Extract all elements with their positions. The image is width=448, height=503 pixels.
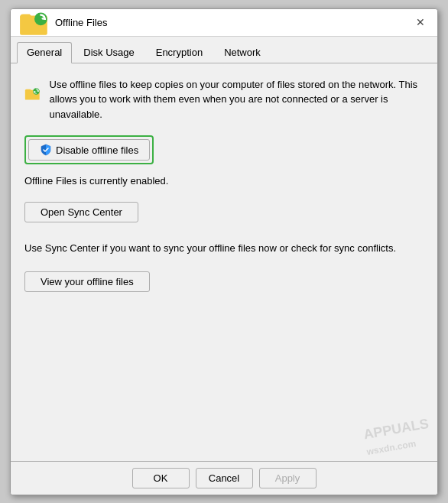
window-icon bbox=[18, 8, 50, 39]
title-bar-left: Offline Files bbox=[18, 8, 107, 39]
cancel-button[interactable]: Cancel bbox=[196, 468, 253, 488]
view-offline-files-label: View your offline files bbox=[41, 276, 134, 287]
apply-button[interactable]: Apply bbox=[259, 468, 317, 488]
tab-encryption[interactable]: Encryption bbox=[146, 42, 213, 63]
offline-files-dialog: Offline Files ✕ General Disk Usage Encry… bbox=[10, 8, 438, 495]
close-button[interactable]: ✕ bbox=[411, 13, 430, 31]
tab-network[interactable]: Network bbox=[214, 42, 271, 63]
disable-offline-files-button[interactable]: Disable offline files bbox=[28, 139, 150, 161]
status-text: Offline Files is currently enabled. bbox=[24, 175, 424, 187]
ok-button[interactable]: OK bbox=[132, 468, 190, 488]
open-sync-center-button[interactable]: Open Sync Center bbox=[24, 202, 138, 222]
folder-sync-icon bbox=[24, 77, 41, 109]
open-sync-center-label: Open Sync Center bbox=[41, 206, 122, 218]
bottom-bar: OK Cancel Apply bbox=[11, 461, 437, 495]
intro-text: Use offline files to keep copies on your… bbox=[50, 77, 424, 122]
window-title: Offline Files bbox=[55, 17, 107, 28]
view-offline-files-button[interactable]: View your offline files bbox=[24, 271, 150, 292]
shield-icon bbox=[40, 144, 52, 156]
disable-button-highlight: Disable offline files bbox=[24, 135, 154, 164]
title-bar: Offline Files ✕ bbox=[11, 9, 437, 37]
intro-section: Use offline files to keep copies on your… bbox=[24, 77, 424, 122]
tab-content: Use offline files to keep copies on your… bbox=[11, 63, 437, 461]
sync-description: Use Sync Center if you want to sync your… bbox=[24, 241, 424, 256]
tab-disk-usage[interactable]: Disk Usage bbox=[73, 42, 144, 63]
tabs-bar: General Disk Usage Encryption Network bbox=[11, 37, 437, 63]
tab-general[interactable]: General bbox=[17, 42, 72, 63]
disable-offline-files-label: Disable offline files bbox=[56, 144, 138, 156]
